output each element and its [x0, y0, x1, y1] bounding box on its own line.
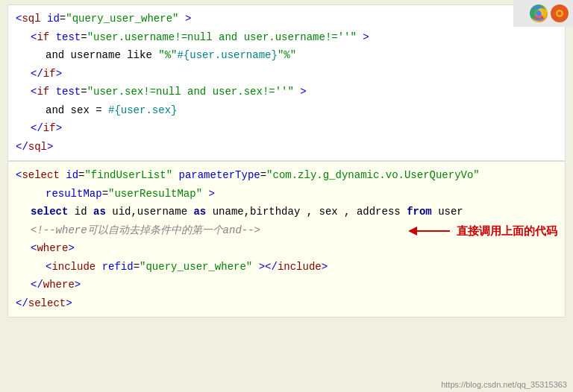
code-line-2: <if test="user.username!=null and user.u…: [16, 28, 557, 47]
svg-point-2: [536, 11, 542, 16]
code-line-7: </if>: [16, 119, 557, 138]
lower-line-3: select id as uid,username as uname,birth…: [16, 203, 557, 221]
lower-line-6: <include refid="query_user_where" ></inc…: [16, 258, 557, 276]
svg-point-5: [558, 12, 562, 16]
firefox-icon: [551, 4, 569, 22]
code-line-8: </sql>: [16, 138, 557, 157]
code-line-1: <sql id="query_user_where" >: [16, 10, 557, 28]
lower-line-1: <select id="findUserList" parameterType=…: [16, 166, 557, 185]
red-arrow-icon: [409, 223, 454, 239]
lower-line-8: </select>: [16, 294, 557, 313]
code-line-6: and sex = #{user.sex}: [16, 101, 557, 120]
code-line-3: and username like "%"#{user.username}"%": [16, 46, 557, 65]
chrome-icon: [530, 4, 548, 22]
annotation: 直接调用上面的代码: [409, 221, 557, 241]
watermark: https://blog.csdn.net/qq_35315363: [441, 380, 567, 389]
browser-toolbar: [513, 0, 573, 27]
upper-code-section: <sql id="query_user_where" > <if test="u…: [7, 4, 566, 161]
code-line-4: </if>: [16, 65, 557, 83]
lower-code-section: <select id="findUserList" parameterType=…: [7, 161, 566, 317]
lower-line-2: resultMap="userResultMap" >: [16, 185, 557, 203]
lower-line-7: </where>: [16, 276, 557, 294]
main-container: <sql id="query_user_where" > <if test="u…: [0, 0, 573, 392]
lower-line-5: <where>: [16, 239, 557, 258]
annotation-text: 直接调用上面的代码: [457, 221, 557, 241]
code-line-5: <if test="user.sex!=null and user.sex!='…: [16, 83, 557, 101]
code-area: <sql id="query_user_where" > <if test="u…: [0, 0, 573, 392]
lower-line-4: <!--where可以自动去掉条件中的第一个and--> 直接调用上面的代码: [16, 221, 557, 240]
